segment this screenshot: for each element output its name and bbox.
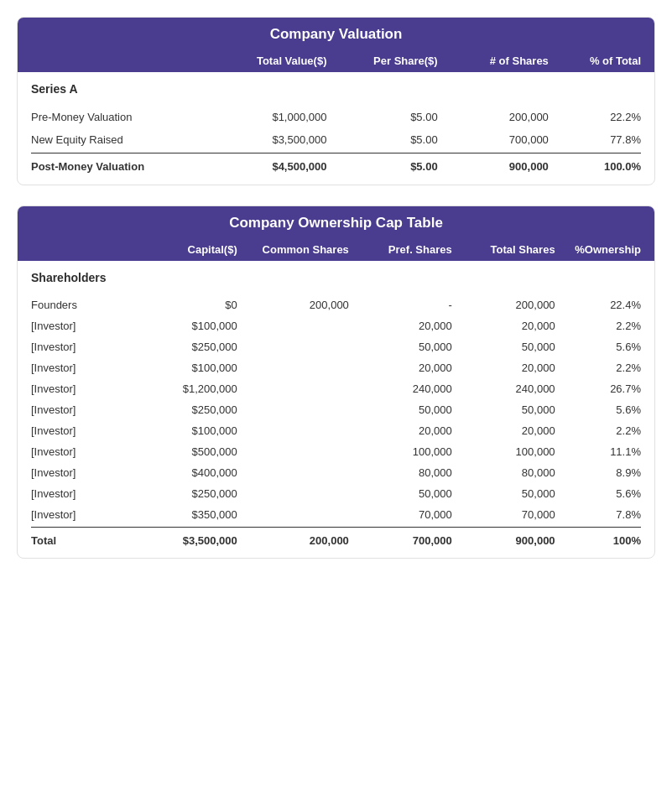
cap-row-pref: 70,000 <box>349 508 452 521</box>
cap-row-own: 5.6% <box>555 403 641 416</box>
cap-row-label: [Investor] <box>31 320 134 332</box>
cap-row-own: 5.6% <box>555 487 641 500</box>
cap-row-capital: $100,000 <box>134 362 237 374</box>
captable-row: [Investor] $400,000 80,000 80,000 8.9% <box>31 462 641 483</box>
val-row-per: $5.00 <box>326 133 437 146</box>
val-row-total: $3,500,000 <box>216 133 326 146</box>
cap-row-common <box>237 362 349 374</box>
cap-row-total: 240,000 <box>452 382 555 395</box>
val-row-pct: 77.8% <box>549 133 641 146</box>
cap-row-total: 100,000 <box>452 445 555 458</box>
captable-col-headers: Capital($) Common Shares Pref. Shares To… <box>18 238 654 261</box>
cap-row-capital: $0 <box>134 299 237 311</box>
cap-row-total: 20,000 <box>452 320 555 332</box>
cap-row-label: [Investor] <box>31 466 134 479</box>
val-row-shares: 900,000 <box>438 160 549 173</box>
cap-row-own: 2.2% <box>555 362 641 374</box>
cap-row-own: 7.8% <box>555 508 641 521</box>
cap-row-pref: 50,000 <box>349 341 452 353</box>
val-col-label-header <box>31 55 216 67</box>
cap-row-capital: $350,000 <box>134 508 237 521</box>
cap-row-common <box>237 320 349 332</box>
cap-row-own: 100% <box>555 534 641 547</box>
cap-row-common <box>237 487 349 500</box>
valuation-rows: Pre-Money Valuation $1,000,000 $5.00 200… <box>31 106 641 178</box>
val-row-per: $5.00 <box>326 111 437 123</box>
val-row-pct: 100.0% <box>549 160 641 173</box>
cap-row-own: 22.4% <box>555 299 641 311</box>
cap-row-common <box>237 424 349 437</box>
cap-row-own: 26.7% <box>555 382 641 395</box>
cap-row-own: 2.2% <box>555 320 641 332</box>
valuation-title: Company Valuation <box>18 26 654 49</box>
shareholders-label: Shareholders <box>31 261 641 288</box>
cap-row-label: [Investor] <box>31 341 134 353</box>
cap-row-common <box>237 382 349 395</box>
cap-row-common <box>237 341 349 353</box>
cap-row-common <box>237 466 349 479</box>
val-row-label: Post-Money Valuation <box>31 160 216 173</box>
val-col-total-header: Total Value($) <box>216 55 326 67</box>
captable-body: Shareholders Founders $0 200,000 - 200,0… <box>18 261 654 558</box>
captable-row: Total $3,500,000 200,000 700,000 900,000… <box>31 527 641 551</box>
cap-col-label-header <box>31 243 134 256</box>
cap-row-common <box>237 445 349 458</box>
captable-title: Company Ownership Cap Table <box>18 215 654 238</box>
cap-row-pref: 20,000 <box>349 424 452 437</box>
cap-row-total: 50,000 <box>452 487 555 500</box>
captable-row: [Investor] $500,000 100,000 100,000 11.1… <box>31 441 641 462</box>
val-row-label: Pre-Money Valuation <box>31 111 216 123</box>
cap-row-total: 70,000 <box>452 508 555 521</box>
cap-row-pref: 20,000 <box>349 362 452 374</box>
cap-row-capital: $250,000 <box>134 341 237 353</box>
valuation-section: Company Valuation Total Value($) Per Sha… <box>17 17 655 185</box>
cap-row-own: 8.9% <box>555 466 641 479</box>
valuation-col-headers: Total Value($) Per Share($) # of Shares … <box>18 49 654 72</box>
cap-row-own: 2.2% <box>555 424 641 437</box>
captable-row: Founders $0 200,000 - 200,000 22.4% <box>31 294 641 315</box>
captable-row: [Investor] $100,000 20,000 20,000 2.2% <box>31 420 641 441</box>
cap-row-capital: $250,000 <box>134 487 237 500</box>
cap-row-capital: $100,000 <box>134 320 237 332</box>
captable-rows: Founders $0 200,000 - 200,000 22.4% [Inv… <box>31 294 641 551</box>
cap-row-label: [Investor] <box>31 487 134 500</box>
cap-col-own-header: %Ownership <box>555 243 641 256</box>
valuation-row: Post-Money Valuation $4,500,000 $5.00 90… <box>31 153 641 178</box>
valuation-row: Pre-Money Valuation $1,000,000 $5.00 200… <box>31 106 641 128</box>
val-row-shares: 700,000 <box>438 133 549 146</box>
val-row-total: $1,000,000 <box>216 111 326 123</box>
val-col-pct-header: % of Total <box>549 55 641 67</box>
cap-row-capital: $500,000 <box>134 445 237 458</box>
cap-col-capital-header: Capital($) <box>134 243 237 256</box>
captable-section: Company Ownership Cap Table Capital($) C… <box>17 206 655 559</box>
cap-row-common: 200,000 <box>237 299 349 311</box>
captable-row: [Investor] $250,000 50,000 50,000 5.6% <box>31 336 641 357</box>
cap-row-pref: 50,000 <box>349 403 452 416</box>
cap-row-label: [Investor] <box>31 362 134 374</box>
cap-row-total: 50,000 <box>452 341 555 353</box>
val-row-pct: 22.2% <box>549 111 641 123</box>
cap-col-common-header: Common Shares <box>237 243 349 256</box>
valuation-body: Series A Pre-Money Valuation $1,000,000 … <box>18 72 654 185</box>
cap-row-pref: - <box>349 299 452 311</box>
valuation-row: New Equity Raised $3,500,000 $5.00 700,0… <box>31 128 641 151</box>
val-row-label: New Equity Raised <box>31 133 216 146</box>
cap-row-common <box>237 403 349 416</box>
captable-row: [Investor] $100,000 20,000 20,000 2.2% <box>31 357 641 378</box>
val-row-shares: 200,000 <box>438 111 549 123</box>
cap-row-label: [Investor] <box>31 445 134 458</box>
cap-col-pref-header: Pref. Shares <box>349 243 452 256</box>
cap-row-pref: 20,000 <box>349 320 452 332</box>
cap-row-capital: $250,000 <box>134 403 237 416</box>
cap-row-pref: 80,000 <box>349 466 452 479</box>
cap-row-label: [Investor] <box>31 382 134 395</box>
cap-row-capital: $100,000 <box>134 424 237 437</box>
cap-row-capital: $400,000 <box>134 466 237 479</box>
cap-row-pref: 50,000 <box>349 487 452 500</box>
captable-row: [Investor] $350,000 70,000 70,000 7.8% <box>31 504 641 525</box>
series-a-label: Series A <box>31 72 641 99</box>
captable-row: [Investor] $100,000 20,000 20,000 2.2% <box>31 315 641 336</box>
cap-row-label: [Investor] <box>31 424 134 437</box>
cap-row-pref: 100,000 <box>349 445 452 458</box>
cap-row-total: 200,000 <box>452 299 555 311</box>
